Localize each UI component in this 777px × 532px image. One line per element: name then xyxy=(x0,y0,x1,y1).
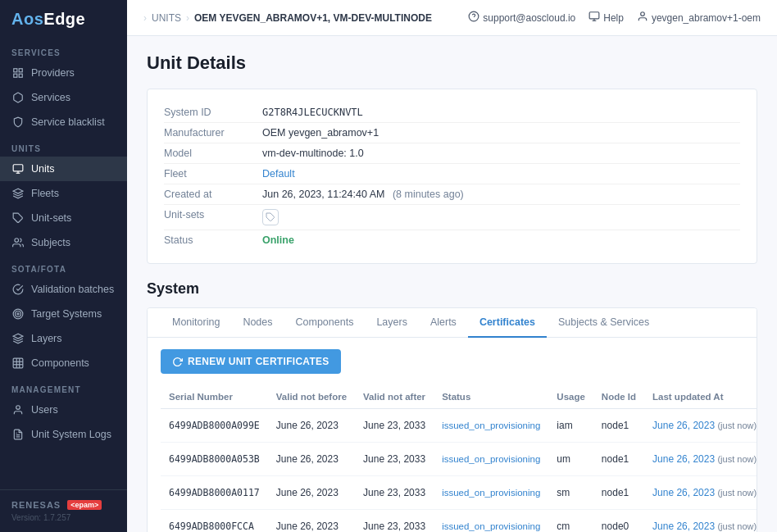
sidebar-item-unit-system-logs[interactable]: Unit System Logs xyxy=(0,422,127,447)
user-icon-topbar xyxy=(637,11,648,25)
sidebar-item-services[interactable]: Services xyxy=(0,85,127,110)
sidebar-item-subjects[interactable]: Subjects xyxy=(0,230,127,255)
sidebar-item-components-label: Components xyxy=(31,357,89,369)
created-at-value: Jun 26, 2023, 11:24:40 AM (8 minutes ago… xyxy=(262,189,464,200)
support-link[interactable]: support@aoscloud.io xyxy=(468,11,575,25)
cell-last-updated: June 26, 2023 (just now) xyxy=(644,443,757,476)
cell-status: issued_on_provisioning xyxy=(434,510,548,533)
cell-status: issued_on_provisioning xyxy=(434,476,548,510)
renew-certificates-button[interactable]: RENEW UNIT CERTIFICATES xyxy=(161,349,341,374)
sidebar-item-unit-sets[interactable]: Unit-sets xyxy=(0,206,127,230)
sidebar-item-target-systems[interactable]: Target Systems xyxy=(0,302,127,326)
model-label: Model xyxy=(164,148,262,159)
detail-row-fleet: Fleet Default xyxy=(164,164,740,184)
layers-icon xyxy=(11,187,25,200)
topbar-right: support@aoscloud.io Help yevgen_abramov+… xyxy=(468,11,761,25)
help-link[interactable]: Help xyxy=(588,11,624,25)
cell-node-id: node1 xyxy=(593,409,644,443)
tab-subjects-services[interactable]: Subjects & Services xyxy=(547,308,661,338)
cell-valid-before: June 26, 2023 xyxy=(268,476,355,510)
svg-rect-4 xyxy=(13,165,23,171)
certificates-table-area: RENEW UNIT CERTIFICATES Serial Number Va… xyxy=(148,338,757,532)
sidebar-item-layers-label: Layers xyxy=(31,333,62,344)
user-label: yevgen_abramov+1-oem xyxy=(652,12,761,24)
col-usage: Usage xyxy=(548,385,593,409)
fleet-value[interactable]: Default xyxy=(262,168,295,180)
grid-icon xyxy=(11,66,25,80)
tab-layers[interactable]: Layers xyxy=(365,308,419,338)
cell-last-updated: June 26, 2023 (just now) xyxy=(644,510,757,533)
svg-rect-29 xyxy=(589,12,599,19)
table-row: 6499ADB8000A0117 June 26, 2023 June 23, … xyxy=(161,476,757,510)
svg-rect-3 xyxy=(19,74,22,77)
cell-valid-after: June 23, 2033 xyxy=(355,409,434,443)
file-text-icon xyxy=(11,428,25,441)
created-at-ago: (8 minutes ago) xyxy=(393,189,464,200)
sidebar-item-fleets-label: Fleets xyxy=(31,188,59,199)
detail-row-system-id: System ID G2T8R4JLECUCKNVTL xyxy=(164,102,740,123)
sidebar-item-service-blacklist[interactable]: Service blacklist xyxy=(0,110,127,134)
support-icon xyxy=(468,11,479,25)
cell-serial: 6499ADB8000A099E xyxy=(161,409,268,443)
system-id-label: System ID xyxy=(164,107,262,118)
sidebar-item-units-label: Units xyxy=(31,163,54,175)
svg-point-11 xyxy=(16,311,21,317)
cell-serial: 6499ADB8000A053B xyxy=(161,443,268,476)
table-row: 6499ADB8000A053B June 26, 2023 June 23, … xyxy=(161,443,757,476)
tab-nodes[interactable]: Nodes xyxy=(231,308,284,338)
sidebar-item-validation-batches[interactable]: Validation batches xyxy=(0,277,127,302)
sidebar-item-fleets[interactable]: Fleets xyxy=(0,181,127,206)
version-label: Version: 1.7.257 xyxy=(11,510,116,522)
cell-serial: 6499ADB8000A0117 xyxy=(161,476,268,510)
units-section-label: Units xyxy=(0,134,127,157)
monitor-icon xyxy=(11,162,25,175)
logo-text: AosEdge xyxy=(11,10,85,28)
cell-usage: um xyxy=(548,443,593,476)
col-valid-after: Valid not after xyxy=(355,385,434,409)
tab-alerts[interactable]: Alerts xyxy=(419,308,468,338)
created-at-label: Created at xyxy=(164,189,262,200)
tab-monitoring[interactable]: Monitoring xyxy=(161,308,231,338)
certificates-table: Serial Number Valid not before Valid not… xyxy=(161,385,757,532)
detail-row-status: Status Online xyxy=(164,230,740,250)
tab-certificates[interactable]: Certificates xyxy=(468,308,547,338)
layers2-icon xyxy=(11,332,25,345)
topbar: › UNITS › OEM YEVGEN_ABRAMOV+1, VM-DEV-M… xyxy=(127,0,777,36)
sidebar-item-layers[interactable]: Layers xyxy=(0,326,127,351)
tab-components[interactable]: Components xyxy=(284,308,366,338)
user-menu[interactable]: yevgen_abramov+1-oem xyxy=(637,11,761,25)
cell-node-id: node1 xyxy=(593,443,644,476)
shield-icon xyxy=(11,116,25,129)
breadcrumb-current: OEM YEVGEN_ABRAMOV+1, VM-DEV-MULTINODE xyxy=(194,12,432,24)
box-icon xyxy=(11,91,25,104)
sidebar-item-users[interactable]: Users xyxy=(0,398,127,422)
sidebar-item-providers[interactable]: Providers xyxy=(0,61,127,85)
cell-serial: 6499ADB8000FCCA xyxy=(161,510,268,533)
svg-point-32 xyxy=(641,12,645,16)
sidebar-item-system-logs-label: Unit System Logs xyxy=(31,429,111,440)
table-header: Serial Number Valid not before Valid not… xyxy=(161,385,757,409)
status-value: Online xyxy=(262,234,294,246)
tabs-bar: Monitoring Nodes Components Layers Alert… xyxy=(148,308,757,338)
svg-rect-1 xyxy=(19,69,22,72)
logo: AosEdge xyxy=(0,0,127,39)
sidebar: AosEdge Services Providers Services Serv… xyxy=(0,0,127,532)
users-icon xyxy=(11,236,25,249)
detail-row-unit-sets: Unit-sets xyxy=(164,205,740,230)
cpu-icon xyxy=(11,357,25,370)
sidebar-item-units[interactable]: Units xyxy=(0,157,127,181)
detail-row-manufacturer: Manufacturer OEM yevgen_abramov+1 xyxy=(164,123,740,143)
sidebar-footer: RENESAS <epam> Version: 1.7.257 xyxy=(0,489,127,532)
cell-valid-before: June 26, 2023 xyxy=(268,443,355,476)
sidebar-item-subjects-label: Subjects xyxy=(31,237,70,248)
unit-sets-tag-button[interactable] xyxy=(262,209,279,225)
cell-usage: cm xyxy=(548,510,593,533)
sidebar-item-target-systems-label: Target Systems xyxy=(31,308,102,320)
svg-point-12 xyxy=(17,313,19,315)
breadcrumb-sep2: › xyxy=(186,12,189,24)
breadcrumb-units[interactable]: UNITS xyxy=(152,12,181,24)
detail-row-created-at: Created at Jun 26, 2023, 11:24:40 AM (8 … xyxy=(164,184,740,205)
col-last-updated: Last updated At xyxy=(644,385,757,409)
system-id-value: G2T8R4JLECUCKNVTL xyxy=(262,107,363,118)
sidebar-item-components[interactable]: Components xyxy=(0,351,127,375)
